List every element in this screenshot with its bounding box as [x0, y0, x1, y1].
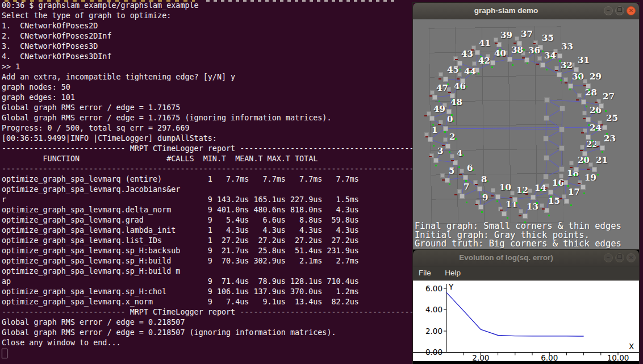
graph-node-label: 49	[433, 105, 445, 114]
graph-node	[524, 57, 529, 62]
green-point-mark	[542, 51, 544, 52]
graph-node	[432, 95, 437, 100]
graph-node	[581, 99, 586, 104]
graph-node-label: 20	[578, 156, 590, 165]
maximize-icon	[617, 7, 622, 12]
graph-node-label: 37	[521, 30, 533, 39]
graph-node	[445, 144, 450, 149]
graph-window: graph-slam demo − ✕ 01234567891011121314…	[413, 3, 639, 249]
graph-node	[602, 125, 607, 130]
red-edge-mark	[561, 181, 564, 182]
graph-node-label: 6	[467, 164, 473, 173]
red-edge-mark	[448, 92, 451, 93]
green-point-mark	[449, 151, 450, 153]
graph-node	[586, 117, 591, 122]
green-point-mark	[606, 133, 608, 135]
green-point-mark	[512, 64, 513, 66]
red-edge-mark	[587, 169, 590, 170]
green-point-mark	[586, 106, 587, 107]
green-point-mark	[588, 124, 590, 126]
graph-titlebar[interactable]: graph-slam demo − ✕	[413, 3, 639, 19]
minimize-button[interactable]: −	[604, 253, 613, 262]
green-point-mark	[466, 202, 467, 203]
green-point-mark	[491, 66, 493, 68]
red-edge-mark	[525, 194, 528, 195]
graph-node-label: 1	[432, 126, 437, 135]
graph-ghost-node	[560, 106, 565, 111]
close-button[interactable]: ✕	[627, 6, 636, 15]
menu-bar: File Help	[413, 266, 639, 281]
graph-node-label: 27	[603, 93, 615, 101]
graph-node-label: 17	[568, 188, 580, 196]
green-point-mark	[478, 73, 479, 74]
green-point-mark	[586, 157, 587, 159]
menu-item-file[interactable]: File	[413, 266, 437, 280]
red-edge-mark	[454, 194, 457, 195]
graph-node	[463, 175, 468, 180]
error-plot: 6.004.002.000.002.006.0010.00YX	[413, 281, 639, 361]
green-point-mark	[433, 145, 435, 147]
red-edge-mark	[522, 57, 525, 58]
graph-node-label: 28	[585, 89, 597, 97]
y-tick-label: 0.00	[425, 348, 442, 357]
green-point-mark	[575, 174, 577, 176]
graph-node-initial	[443, 137, 448, 142]
green-point-mark	[481, 211, 483, 213]
graph-canvas[interactable]: 0123456789101112131415161718192021222324…	[413, 19, 639, 249]
maximize-button[interactable]	[615, 6, 624, 15]
red-edge-mark	[495, 43, 498, 44]
green-point-mark	[559, 60, 561, 62]
graph-node-label: 46	[454, 82, 466, 91]
minimize-button[interactable]: −	[604, 6, 613, 15]
green-point-mark	[487, 181, 488, 182]
green-point-mark	[455, 138, 457, 140]
red-edge-mark	[600, 124, 603, 125]
graph-node	[460, 194, 465, 199]
graph-node	[478, 204, 483, 210]
graph-node-initial	[430, 90, 435, 95]
red-edge-mark	[596, 146, 599, 147]
graph-node	[557, 72, 562, 77]
menu-item-help[interactable]: Help	[439, 266, 466, 280]
red-edge-mark	[475, 204, 478, 205]
graph-node-initial	[537, 56, 542, 61]
graph-node	[445, 178, 450, 183]
graph-node-label: 10	[499, 183, 511, 192]
graph-node-initial	[569, 161, 574, 165]
red-edge-mark	[542, 208, 545, 210]
graph-node-initial	[580, 145, 584, 149]
graph-node-initial	[460, 169, 464, 173]
graph-node-initial	[562, 194, 566, 199]
maximize-button[interactable]	[615, 253, 624, 262]
red-edge-mark	[513, 43, 516, 44]
graph-ghost-node	[544, 115, 549, 121]
graph-node	[586, 83, 591, 89]
graph-node	[428, 137, 433, 142]
graph-node	[592, 167, 597, 172]
red-edge-mark	[570, 167, 573, 168]
graph-node	[443, 77, 448, 82]
graph-node	[523, 214, 528, 219]
graph-node-initial	[510, 191, 515, 195]
graph-node-label: 40	[494, 49, 506, 58]
graph-node-label: 25	[606, 114, 618, 123]
green-point-mark	[567, 185, 569, 187]
red-edge-mark	[576, 99, 579, 101]
graph-node-label: 9	[482, 194, 488, 202]
red-edge-mark	[533, 43, 536, 44]
close-button[interactable]: ✕	[627, 253, 636, 262]
x-tick-label: 10.00	[607, 353, 629, 362]
plot-titlebar[interactable]: Evolution of log(sq. error) − ✕	[413, 250, 639, 266]
green-point-mark	[550, 196, 552, 198]
graph-node	[540, 62, 545, 68]
y-tick-label: 2.00	[425, 327, 442, 336]
graph-node-initial	[491, 188, 495, 193]
graph-node	[582, 151, 587, 156]
graph-node	[564, 199, 569, 204]
terminal-text: 00:36 $ graphslam_example/graphslam_exam…	[2, 1, 423, 348]
green-point-mark	[523, 49, 525, 51]
red-edge-mark	[581, 132, 584, 133]
graph-node-initial	[582, 111, 587, 115]
graph-window-title: graph-slam demo	[413, 3, 599, 19]
graph-ghost-node	[543, 174, 549, 179]
